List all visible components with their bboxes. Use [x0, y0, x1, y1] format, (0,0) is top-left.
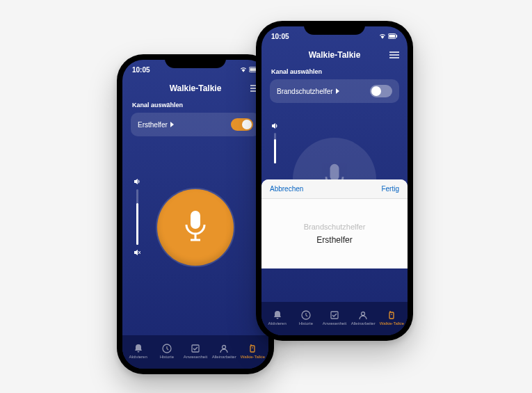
tab-historie[interactable]: Historie	[291, 310, 320, 326]
screen-right: 10:05 Walkie-Talkie Kanal auswählen Bran…	[261, 26, 408, 335]
microphone-icon	[181, 209, 210, 246]
volume-slider[interactable]	[134, 178, 140, 256]
device-notch	[165, 54, 226, 68]
tab-aktivieren[interactable]: Aktivieren	[124, 344, 152, 359]
channel-picker-sheet: Abbrechen Fertig Brandschutzhelfer Ersth…	[261, 179, 408, 268]
picker-option-selected[interactable]: Ersthelfer	[316, 235, 352, 245]
status-time: 10:05	[132, 66, 150, 74]
tab-aktivieren[interactable]: Aktivieren	[263, 310, 291, 326]
wifi-icon	[379, 33, 386, 39]
chevron-right-icon	[336, 88, 340, 94]
bell-icon	[273, 310, 282, 320]
walkie-icon	[387, 310, 396, 320]
tab-label: Alleinarbeiter	[351, 321, 376, 326]
phone-mockup-right: 10:05 Walkie-Talkie Kanal auswählen Bran…	[256, 21, 413, 341]
wifi-icon	[240, 67, 247, 72]
tab-alleinarbeiter[interactable]: Alleinarbeiter	[210, 344, 239, 359]
svg-point-20	[362, 312, 365, 316]
picker-toolbar: Abbrechen Fertig	[261, 179, 408, 199]
device-notch	[304, 21, 365, 35]
clock-icon	[162, 344, 172, 353]
tab-label: Aktivieren	[129, 355, 147, 359]
picker-cancel-button[interactable]: Abbrechen	[270, 185, 303, 193]
status-indicators	[379, 33, 398, 39]
bell-icon	[134, 344, 143, 353]
channel-select-button[interactable]: Brandschutzhelfer	[277, 88, 340, 95]
svg-point-8	[223, 346, 226, 349]
channel-toggle[interactable]	[231, 118, 253, 131]
menu-icon	[389, 51, 399, 58]
tab-anwesenheit[interactable]: Anwesenheit	[181, 344, 209, 359]
volume-slider[interactable]	[271, 122, 278, 163]
tab-bar: Aktivieren Historie Anwesenheit Alleinar…	[261, 302, 408, 335]
tab-label: Historie	[299, 321, 313, 326]
volume-track[interactable]	[136, 189, 138, 245]
user-icon	[219, 344, 229, 353]
clock-icon	[301, 310, 311, 320]
volume-track[interactable]	[274, 133, 276, 163]
phone-mockup-left: 10:05 Walkie-Talkie Kanal auswählen Erst…	[117, 54, 274, 374]
user-icon	[358, 310, 368, 320]
tab-label: Anwesenheit	[323, 321, 346, 326]
svg-rect-15	[330, 164, 339, 181]
svg-rect-13	[389, 35, 395, 38]
chevron-right-icon	[170, 122, 175, 127]
status-time: 10:05	[271, 33, 289, 40]
push-to-talk-button[interactable]	[157, 189, 234, 266]
svg-rect-21	[389, 312, 394, 319]
svg-rect-3	[191, 211, 200, 229]
volume-mute-icon	[134, 249, 140, 256]
page-title: Walkie-Talkie	[309, 50, 361, 60]
channel-section-label: Kanal auswählen	[122, 97, 268, 113]
tab-walkie-talkie[interactable]: Walkie-Talkie	[239, 344, 267, 359]
tab-bar: Aktivieren Historie Anwesenheit Alleinar…	[122, 335, 268, 369]
channel-name: Ersthelfer	[138, 121, 168, 129]
app-header: Walkie-Talkie	[261, 46, 408, 64]
channel-section-label: Kanal auswählen	[261, 64, 408, 79]
tab-anwesenheit[interactable]: Anwesenheit	[320, 310, 348, 326]
check-square-icon	[191, 344, 200, 353]
tab-alleinarbeiter[interactable]: Alleinarbeiter	[349, 310, 378, 326]
tab-label: Walkie-Talkie	[241, 355, 265, 359]
picker-option[interactable]: Brandschutzhelfer	[304, 223, 366, 231]
channel-name: Brandschutzhelfer	[277, 88, 333, 95]
picker-wheel[interactable]: Brandschutzhelfer Ersthelfer	[261, 199, 408, 268]
page-title: Walkie-Talkie	[170, 83, 222, 93]
check-square-icon	[330, 310, 339, 320]
channel-toggle[interactable]	[370, 85, 392, 97]
main-area	[122, 136, 268, 335]
tab-walkie-talkie[interactable]: Walkie-Talkie	[378, 310, 406, 326]
tab-label: Historie	[160, 355, 174, 359]
main-area: Abbrechen Fertig Brandschutzhelfer Ersth…	[261, 103, 408, 302]
tab-label: Walkie-Talkie	[380, 321, 404, 326]
svg-rect-1	[250, 68, 256, 71]
picker-done-button[interactable]: Fertig	[381, 185, 399, 193]
svg-rect-14	[396, 35, 397, 38]
tab-historie[interactable]: Historie	[152, 344, 181, 359]
tab-label: Anwesenheit	[184, 355, 207, 359]
volume-up-icon	[271, 122, 278, 129]
app-header: Walkie-Talkie	[122, 79, 268, 97]
menu-button[interactable]	[389, 49, 399, 61]
walkie-icon	[248, 344, 257, 353]
volume-up-icon	[134, 178, 140, 185]
channel-select-button[interactable]: Ersthelfer	[138, 121, 175, 129]
channel-selector-row[interactable]: Ersthelfer	[131, 113, 260, 136]
channel-selector-row[interactable]: Brandschutzhelfer	[270, 79, 399, 103]
svg-rect-9	[250, 346, 255, 352]
tab-label: Aktivieren	[268, 321, 286, 326]
tab-label: Alleinarbeiter	[212, 355, 236, 359]
battery-icon	[388, 33, 398, 39]
screen-left: 10:05 Walkie-Talkie Kanal auswählen Erst…	[122, 60, 268, 369]
